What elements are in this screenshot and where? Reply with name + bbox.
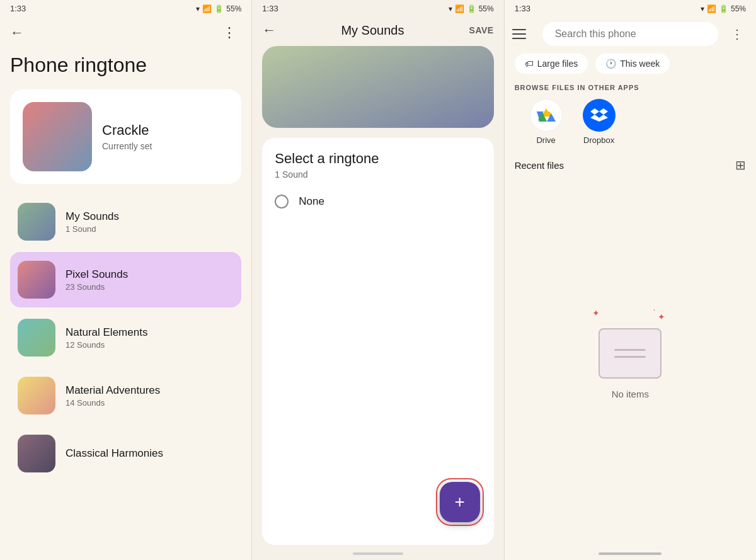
recent-files-label: Recent files: [515, 160, 564, 171]
search-input[interactable]: [555, 28, 706, 40]
browse-files-label: BROWSE FILES IN OTHER APPS: [505, 84, 756, 99]
back-button-1[interactable]: ←: [10, 25, 24, 41]
battery-icon: 🔋: [214, 4, 224, 13]
filter-large-files[interactable]: 🏷 Large files: [515, 54, 588, 74]
panel2-toolbar: ← My Sounds SAVE: [252, 17, 503, 46]
empty-text: No items: [612, 389, 649, 399]
battery-pct-1: 55%: [226, 4, 241, 13]
empty-state: ✦ ✦ · No items: [505, 183, 756, 545]
wifi-icon: ▾: [196, 4, 200, 13]
save-button[interactable]: SAVE: [469, 25, 494, 35]
hamburger-button[interactable]: [512, 23, 535, 45]
sparkle-icon-1: ✦: [592, 308, 600, 318]
box-line-2: [614, 356, 646, 358]
wifi-icon-2: ▾: [449, 4, 452, 13]
sound-list: My Sounds 1 Sound Pixel Sounds 23 Sounds…: [0, 194, 251, 560]
ringtone-status: Currently set: [102, 141, 152, 151]
sound-preview-gradient: [262, 46, 493, 128]
drive-icon-circle: [530, 99, 563, 132]
list-item-material-adventures[interactable]: Material Adventures 14 Sounds: [10, 368, 241, 423]
dropbox-icon-circle: [583, 99, 616, 132]
drive-svg: [537, 106, 556, 124]
battery-pct-3: 55%: [731, 4, 746, 13]
list-item-pixel-sounds[interactable]: Pixel Sounds 23 Sounds: [10, 252, 241, 307]
filter-this-week[interactable]: 🕐 This week: [595, 54, 670, 74]
time-3: 1:33: [515, 4, 530, 13]
status-bar-1: 1:33 ▾ 📶 🔋 55%: [0, 0, 251, 17]
wifi-icon-3: ▾: [701, 4, 704, 13]
ringtone-info: Crackle Currently set: [102, 122, 152, 151]
sound-label-natural-elements: Natural Elements 12 Sounds: [66, 326, 147, 350]
clock-icon: 🕐: [605, 59, 616, 69]
signal-icon-2: 📶: [455, 4, 464, 13]
hamburger-line-2: [512, 33, 526, 35]
status-bar-2: 1:33 ▾ 📶 🔋 55%: [252, 0, 503, 17]
back-button-2[interactable]: ←: [262, 22, 276, 38]
empty-box: [598, 328, 662, 379]
filter-large-files-label: Large files: [537, 59, 578, 69]
sound-label-classical-harmonies: Classical Harmonies: [66, 447, 163, 460]
select-ringtone-count: 1 Sound: [275, 169, 481, 180]
list-item-natural-elements[interactable]: Natural Elements 12 Sounds: [10, 310, 241, 365]
files-panel: 1:33 ▾ 📶 🔋 55% ⋮ 🏷 Large files 🕐 This we…: [505, 0, 756, 560]
sound-label-material-adventures: Material Adventures 14 Sounds: [66, 384, 160, 408]
dropbox-app-item[interactable]: Dropbox: [583, 99, 616, 145]
sound-count-natural-elements: 12 Sounds: [66, 340, 147, 350]
thumb-my-sounds: [18, 203, 55, 241]
drive-app-item[interactable]: Drive: [530, 99, 563, 145]
search-bar: ⋮: [505, 17, 756, 54]
time-2: 1:33: [262, 4, 278, 13]
sparkle-icon-2: ✦: [658, 312, 665, 322]
current-ringtone-card[interactable]: Crackle Currently set: [10, 89, 241, 184]
status-icons-2: ▾ 📶 🔋 55%: [449, 4, 494, 13]
ringtone-option-none[interactable]: None: [275, 192, 481, 211]
thumb-classical-harmonies: [18, 435, 55, 472]
battery-icon-3: 🔋: [719, 4, 728, 13]
box-line-1: [614, 349, 646, 351]
ringtone-thumbnail: [23, 102, 92, 171]
sound-name-my-sounds: My Sounds: [66, 210, 119, 223]
svg-marker-12: [590, 108, 599, 115]
sound-name-natural-elements: Natural Elements: [66, 326, 147, 339]
svg-marker-13: [599, 108, 608, 115]
grid-view-button[interactable]: ⊞: [735, 157, 746, 173]
panel1-toolbar: ← ⋮: [0, 17, 251, 54]
scroll-indicator-2: [353, 552, 403, 555]
hamburger-line-3: [512, 38, 526, 39]
hamburger-line-1: [512, 29, 526, 30]
add-sound-fab[interactable]: +: [440, 482, 480, 522]
time-1: 1:33: [10, 4, 26, 13]
more-button-1[interactable]: ⋮: [217, 22, 241, 43]
page-title: Phone ringtone: [0, 54, 251, 89]
app-icons-row: Drive Dropbox: [505, 99, 756, 157]
tag-icon: 🏷: [525, 59, 534, 69]
ringtone-name: Crackle: [102, 122, 152, 139]
status-icons-1: ▾ 📶 🔋 55%: [196, 4, 241, 13]
signal-icon: 📶: [202, 4, 212, 13]
sound-name-classical-harmonies: Classical Harmonies: [66, 447, 163, 460]
signal-icon-3: 📶: [707, 4, 716, 13]
sound-count-my-sounds: 1 Sound: [66, 224, 119, 234]
svg-marker-14: [590, 115, 608, 122]
status-bar-3: 1:33 ▾ 📶 🔋 55%: [505, 0, 756, 17]
sparkle-icon-3: ·: [653, 304, 655, 314]
drive-label: Drive: [536, 135, 555, 145]
dropbox-svg: [590, 106, 609, 124]
radio-none[interactable]: [275, 195, 289, 209]
empty-illustration: ✦ ✦ ·: [592, 303, 668, 379]
thumb-pixel-sounds: [18, 261, 55, 299]
battery-pct-2: 55%: [479, 4, 494, 13]
sound-name-material-adventures: Material Adventures: [66, 384, 160, 397]
list-item-my-sounds[interactable]: My Sounds 1 Sound: [10, 194, 241, 249]
bottom-nav-indicator: [598, 552, 662, 555]
thumb-material-adventures: [18, 377, 55, 414]
ringtone-panel: 1:33 ▾ 📶 🔋 55% ← ⋮ Phone ringtone Crackl…: [0, 0, 251, 560]
more-button-3[interactable]: ⋮: [726, 23, 748, 45]
plus-icon: +: [454, 493, 464, 511]
recent-files-header: Recent files ⊞: [505, 157, 756, 183]
search-input-wrapper[interactable]: [542, 22, 718, 46]
sound-name-pixel-sounds: Pixel Sounds: [66, 268, 128, 281]
panel2-title: My Sounds: [341, 23, 404, 38]
sound-count-material-adventures: 14 Sounds: [66, 398, 160, 408]
list-item-classical-harmonies[interactable]: Classical Harmonies: [10, 426, 241, 481]
